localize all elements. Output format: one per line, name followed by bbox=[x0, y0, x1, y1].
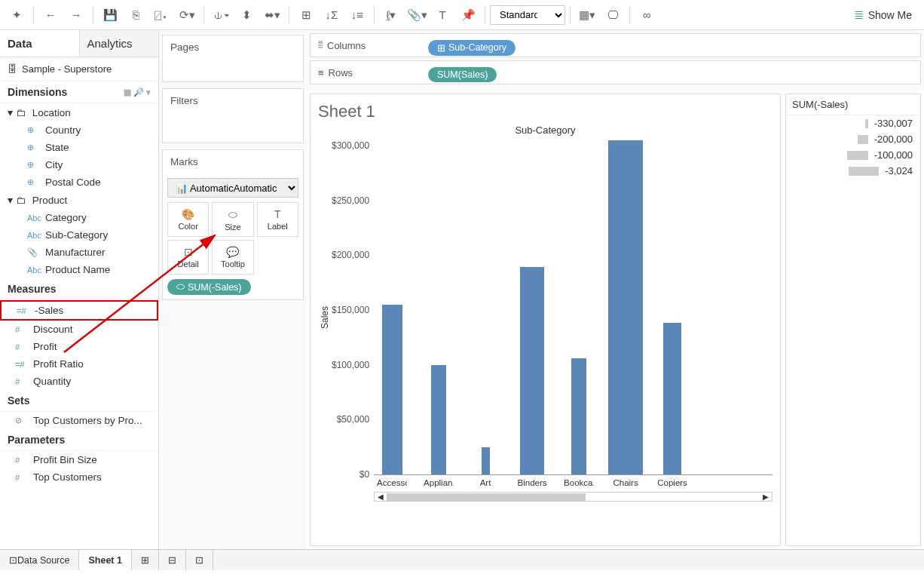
tooltip-icon: 💬 bbox=[226, 246, 239, 258]
x-axis-labels: Accesso..Applian..ArtBindersBookca..Chai… bbox=[374, 475, 773, 487]
field-top-customers-set[interactable]: ⊘Top Customers by Pro... bbox=[0, 412, 158, 429]
field-productname[interactable]: AbcProduct Name bbox=[0, 261, 158, 278]
bar[interactable] bbox=[431, 365, 446, 474]
present-icon[interactable]: 🖵 bbox=[601, 3, 625, 27]
size-pill[interactable]: ⬭SUM(-Sales) bbox=[167, 279, 251, 295]
legend-title: SUM(-Sales) bbox=[786, 94, 920, 115]
chart-canvas: Sheet 1 Sub-Category Sales $300,000$250,… bbox=[310, 94, 781, 546]
field-state[interactable]: ⊕State bbox=[0, 139, 158, 156]
new-story-icon[interactable]: ⊡ bbox=[186, 550, 213, 570]
field-city[interactable]: ⊕City bbox=[0, 156, 158, 173]
totals-icon[interactable]: ↓Σ bbox=[320, 3, 344, 27]
logo-icon[interactable]: ✦ bbox=[5, 3, 29, 27]
tab-sheet-1[interactable]: Sheet 1 bbox=[79, 550, 131, 570]
marks-size[interactable]: ⬭Size bbox=[212, 202, 253, 237]
new-dashboard-icon[interactable]: ⊟ bbox=[159, 550, 186, 570]
field-neg-sales[interactable]: =#-Sales bbox=[0, 300, 158, 321]
scroll-thumb[interactable] bbox=[387, 493, 585, 501]
attach-icon[interactable]: 📎▾ bbox=[405, 3, 429, 27]
field-country[interactable]: ⊕Country bbox=[0, 121, 158, 139]
globe-icon: ⊕ bbox=[27, 125, 39, 135]
tab-analytics[interactable]: Analytics bbox=[79, 30, 159, 57]
marks-label[interactable]: TLabel bbox=[257, 202, 298, 237]
tab-data-source[interactable]: ⊡ Data Source bbox=[0, 550, 79, 570]
pin-icon[interactable]: 📌 bbox=[456, 3, 480, 27]
filters-shelf[interactable]: Filters bbox=[162, 88, 304, 143]
show-me-icon: ≣ bbox=[854, 8, 864, 22]
rows-pill[interactable]: SUM(Sales) bbox=[428, 67, 497, 82]
new-data-icon[interactable]: ⎘ bbox=[124, 3, 148, 27]
bar[interactable] bbox=[608, 140, 642, 474]
field-manufacturer[interactable]: 📎Manufacturer bbox=[0, 244, 158, 261]
set-icon: ⊘ bbox=[15, 416, 27, 425]
field-discount[interactable]: #Discount bbox=[0, 321, 158, 338]
refresh-icon[interactable]: ⟳▾ bbox=[175, 3, 199, 27]
size-icon: ⬭ bbox=[228, 208, 237, 221]
param-top-customers[interactable]: #Top Customers bbox=[0, 468, 158, 486]
field-category[interactable]: AbcCategory bbox=[0, 209, 158, 226]
x-label: Binders bbox=[517, 478, 547, 487]
marks-detail[interactable]: ⊡Detail bbox=[167, 240, 209, 275]
bar[interactable] bbox=[571, 358, 587, 475]
sort-icon[interactable]: ↓≡ bbox=[345, 3, 369, 27]
field-postal[interactable]: ⊕Postal Code bbox=[0, 173, 158, 191]
globe-icon: ⊕ bbox=[27, 177, 39, 187]
scroll-right-icon[interactable]: ▶ bbox=[760, 493, 772, 501]
sort-asc-icon[interactable]: ⬍ bbox=[234, 3, 259, 27]
size-legend[interactable]: SUM(-Sales) -330,007-200,000-100,000-3,0… bbox=[785, 94, 921, 546]
tab-data[interactable]: Data bbox=[0, 30, 79, 57]
h-scrollbar[interactable]: ◀ ▶ bbox=[374, 492, 773, 502]
detail-icon: ⊡ bbox=[184, 246, 193, 258]
field-profit[interactable]: #Profit bbox=[0, 338, 158, 355]
fit-select[interactable]: Standard bbox=[490, 5, 565, 25]
columns-shelf[interactable]: ⦙⦙⦙Columns ⊞Sub-Category bbox=[310, 33, 921, 57]
hash-icon: # bbox=[15, 342, 27, 351]
sheet-title[interactable]: Sheet 1 bbox=[318, 102, 773, 121]
columns-icon: ⦙⦙⦙ bbox=[318, 39, 323, 51]
hash-icon: # bbox=[15, 473, 27, 482]
group-location[interactable]: ▾ 🗀Location bbox=[0, 103, 158, 121]
columns-pill[interactable]: ⊞Sub-Category bbox=[428, 40, 516, 56]
save-icon[interactable]: 💾 bbox=[98, 3, 122, 27]
highlight-icon[interactable]: ℓ▾ bbox=[379, 3, 403, 27]
sort-desc-icon[interactable]: ⬌▾ bbox=[260, 3, 284, 27]
hash-icon: # bbox=[15, 325, 27, 334]
marks-card: Marks 📊 AutomaticAutomatic 🎨Color ⬭Size … bbox=[162, 149, 304, 300]
abc-icon: Abc bbox=[27, 231, 39, 240]
globe-icon: ⊕ bbox=[27, 160, 39, 170]
marks-color[interactable]: 🎨Color bbox=[167, 202, 209, 237]
bar[interactable] bbox=[382, 305, 402, 475]
group-product[interactable]: ▾ 🗀Product bbox=[0, 191, 158, 209]
clip-icon: 📎 bbox=[27, 247, 39, 257]
bar[interactable] bbox=[482, 447, 490, 474]
new-worksheet-icon[interactable]: ⊞ bbox=[132, 550, 159, 570]
chart-title: Sub-Category bbox=[318, 124, 773, 136]
dashboard-icon[interactable]: ▦▾ bbox=[575, 3, 599, 27]
share-icon[interactable]: ∞ bbox=[635, 3, 659, 27]
new-worksheet-icon[interactable]: ⍁▾ bbox=[149, 3, 173, 27]
label-icon[interactable]: T bbox=[430, 3, 454, 27]
marks-tooltip[interactable]: 💬Tooltip bbox=[212, 240, 253, 275]
back-icon[interactable]: ← bbox=[38, 3, 63, 27]
datasource-item[interactable]: 🗄 Sample - Superstore bbox=[0, 57, 158, 81]
bar[interactable] bbox=[663, 323, 682, 475]
shelves-column: Pages Filters Marks 📊 AutomaticAutomatic… bbox=[159, 30, 307, 549]
rows-shelf[interactable]: ≡Rows SUM(Sales) bbox=[310, 60, 921, 84]
group-icon[interactable]: ⊞ bbox=[294, 3, 318, 27]
scroll-left-icon[interactable]: ◀ bbox=[375, 493, 387, 501]
field-subcategory[interactable]: AbcSub-Category bbox=[0, 226, 158, 244]
param-profit-bin[interactable]: #Profit Bin Size bbox=[0, 451, 158, 468]
show-me-button[interactable]: ≣ Show Me bbox=[846, 8, 919, 22]
forward-icon[interactable]: → bbox=[64, 3, 88, 27]
field-profit-ratio[interactable]: =#Profit Ratio bbox=[0, 355, 158, 373]
bar[interactable] bbox=[520, 267, 543, 474]
data-pane: Data Analytics 🗄 Sample - Superstore Dim… bbox=[0, 30, 159, 549]
x-label: Accesso.. bbox=[377, 478, 407, 487]
y-axis-label: Sales bbox=[318, 140, 332, 495]
x-label: Copiers bbox=[657, 478, 687, 487]
pages-shelf[interactable]: Pages bbox=[162, 35, 304, 82]
swap-icon[interactable]: ⫝▾ bbox=[209, 3, 233, 27]
mark-type-select[interactable]: 📊 AutomaticAutomatic bbox=[167, 178, 298, 198]
field-quantity[interactable]: #Quantity bbox=[0, 373, 158, 390]
label-icon: T bbox=[274, 208, 281, 220]
